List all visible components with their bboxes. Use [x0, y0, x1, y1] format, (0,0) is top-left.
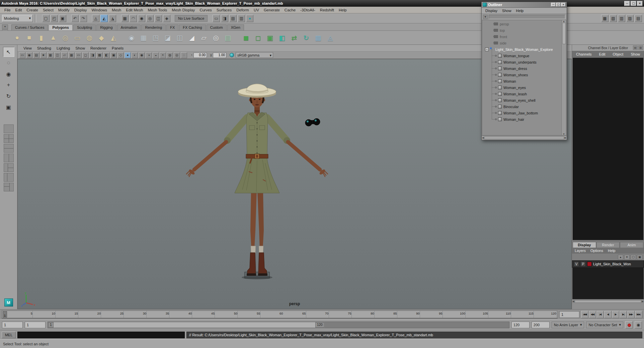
menu-set-selector[interactable]: Modeling ▾: [2, 15, 33, 22]
command-language-toggle[interactable]: MEL: [2, 332, 16, 338]
layer-editor-menu-item[interactable]: Layers: [575, 249, 586, 253]
go-to-start-button[interactable]: |◀◀: [581, 311, 588, 318]
character-set-dropdown[interactable]: No Character Set ▾: [586, 322, 623, 328]
channel-box-toggle-icon[interactable]: ▤: [635, 15, 642, 22]
outliner-menu-item[interactable]: Display: [483, 8, 500, 13]
outliner-hscrollbar[interactable]: ◀ ▶: [482, 136, 567, 140]
play-forwards-button[interactable]: ▶: [612, 311, 619, 318]
outliner-item[interactable]: Woman_hair: [482, 116, 561, 122]
ambient-occlusion-icon[interactable]: ◒: [153, 52, 159, 58]
current-frame-marker[interactable]: 1: [3, 311, 7, 318]
select-object-icon[interactable]: ◭: [100, 15, 108, 22]
color-management-icon[interactable]: ●: [246, 15, 253, 22]
undo-icon[interactable]: ↶: [71, 15, 79, 22]
layer-color-swatch[interactable]: [587, 262, 592, 266]
exposure-field[interactable]: [193, 53, 207, 58]
current-frame-field[interactable]: 1: [559, 311, 579, 318]
outliner-item[interactable]: Woman_leash: [482, 91, 561, 97]
outliner-item[interactable]: Woman_shoes: [482, 72, 561, 78]
channel-box-menu-item[interactable]: Edit: [599, 52, 606, 56]
gate-mask-icon[interactable]: ◨: [89, 52, 96, 58]
poly-cube-icon[interactable]: ■: [23, 32, 35, 44]
step-forward-frame-button[interactable]: ▶|: [620, 311, 627, 318]
snap-to-view-plane-icon[interactable]: ◫: [155, 15, 162, 22]
channel-box-menu-item[interactable]: Channels: [576, 52, 591, 56]
symmetrize-icon[interactable]: ↻: [301, 32, 312, 44]
maximize-button[interactable]: ▢: [631, 1, 636, 6]
panel-menu-item[interactable]: View: [21, 46, 34, 51]
outliner-item[interactable]: Woman_Jaw_bottom: [482, 110, 561, 116]
expand-collapse-icon[interactable]: −: [485, 48, 489, 51]
multisample-icon[interactable]: ◍: [167, 52, 173, 58]
lasso-tool-button[interactable]: ◌: [3, 58, 14, 68]
outliner-minimize-button[interactable]: ─: [551, 3, 556, 7]
outliner-title-bar[interactable]: Outliner ─▢×: [482, 2, 567, 8]
panel-menu-item[interactable]: Panels: [109, 46, 126, 51]
snap-to-curve-icon[interactable]: ◠: [130, 15, 137, 22]
range-slider-track[interactable]: 1 120: [48, 322, 509, 328]
outliner-window[interactable]: Outliner ─▢× DisplayShowHelp ▼ persp: [481, 2, 567, 140]
layout-two-stacked-button[interactable]: [4, 144, 14, 153]
poly-platonic-icon[interactable]: ◆: [96, 32, 107, 44]
outliner-filter-input[interactable]: [489, 15, 565, 19]
select-component-icon[interactable]: ◮: [109, 15, 116, 22]
bridge-icon[interactable]: ◫: [174, 32, 185, 44]
scroll-up-icon[interactable]: ▲: [563, 20, 565, 22]
animation-end-field[interactable]: 200: [532, 322, 550, 328]
combine-icon[interactable]: ◧: [276, 32, 288, 44]
select-tool-button[interactable]: ↖: [3, 47, 14, 57]
menu-item[interactable]: Help: [336, 7, 349, 13]
outliner-item[interactable]: Woman_tongue: [482, 53, 561, 59]
menu-item[interactable]: Create: [24, 7, 41, 13]
outliner-item[interactable]: Woman_dress: [482, 65, 561, 72]
quad-draw-icon[interactable]: ▱: [198, 32, 210, 44]
poly-pyramid-icon[interactable]: ◭: [108, 32, 119, 44]
filter-icon[interactable]: ▼: [483, 15, 488, 19]
xray-icon[interactable]: ◎: [174, 52, 180, 58]
grid-icon[interactable]: ▦: [68, 52, 75, 58]
select-camera-icon[interactable]: ▭: [19, 52, 25, 58]
menu-item[interactable]: Deform: [234, 7, 251, 13]
range-start-handle[interactable]: 1: [48, 322, 54, 328]
playback-end-field[interactable]: 120: [511, 322, 530, 328]
shelf-tab[interactable]: Curves / Surfaces: [11, 24, 48, 30]
modeling-toolkit-icon[interactable]: ▧: [610, 15, 617, 22]
layer-editor-menu-item[interactable]: Help: [608, 249, 616, 253]
auto-keyframe-toggle-icon[interactable]: [625, 321, 633, 329]
menu-item[interactable]: Mesh Tools: [145, 7, 169, 13]
panel-menu-item[interactable]: Lighting: [54, 46, 73, 51]
bevel-icon[interactable]: ◪: [162, 32, 173, 44]
move-layer-down-icon[interactable]: ▾: [624, 255, 630, 260]
make-object-live-icon[interactable]: ◈: [163, 15, 170, 22]
boolean-intersection-icon[interactable]: ▣: [264, 32, 276, 44]
lock-camera-icon[interactable]: ◉: [26, 52, 32, 58]
camera-attributes-icon[interactable]: ▤: [33, 52, 39, 58]
layout-three-split-button[interactable]: [4, 163, 14, 172]
menu-item[interactable]: Surfaces: [214, 7, 234, 13]
layout-two-side-button[interactable]: [4, 154, 14, 162]
open-scene-icon[interactable]: ◰: [51, 15, 58, 22]
target-weld-icon[interactable]: ◎: [210, 32, 222, 44]
minimize-button[interactable]: ─: [624, 1, 630, 6]
command-line-input[interactable]: [17, 332, 185, 338]
snap-to-grid-icon[interactable]: ▦: [121, 15, 129, 22]
menu-item[interactable]: UV: [251, 7, 261, 13]
layer-playback-toggle[interactable]: P: [580, 261, 586, 267]
viewport-model-binoculars[interactable]: [305, 118, 320, 126]
play-backwards-button[interactable]: ◀: [604, 311, 612, 318]
maya-logo-icon[interactable]: M: [4, 298, 13, 307]
color-management-toggle-icon[interactable]: [230, 53, 234, 57]
outliner-item[interactable]: − Light_Skin_Black_Woman_Explore: [482, 46, 561, 53]
shaded-icon[interactable]: ●: [125, 52, 131, 58]
workspace-toggle-icon[interactable]: ▩: [601, 15, 609, 22]
image-plane-icon[interactable]: ▦: [47, 52, 54, 58]
move-tool-button[interactable]: +: [3, 80, 14, 90]
shelf-tab[interactable]: Sculpting: [73, 24, 96, 30]
outliner-item[interactable]: Woman_underpants: [482, 59, 561, 65]
gamma-icon[interactable]: γ: [210, 53, 212, 57]
redo-icon[interactable]: ↷: [80, 15, 87, 22]
isolate-select-icon[interactable]: ◌: [181, 52, 187, 58]
anim-layer-dropdown[interactable]: No Anim Layer ▾: [552, 322, 584, 328]
scroll-left-icon[interactable]: ◀: [482, 137, 484, 139]
wireframe-icon[interactable]: ◇: [117, 52, 124, 58]
